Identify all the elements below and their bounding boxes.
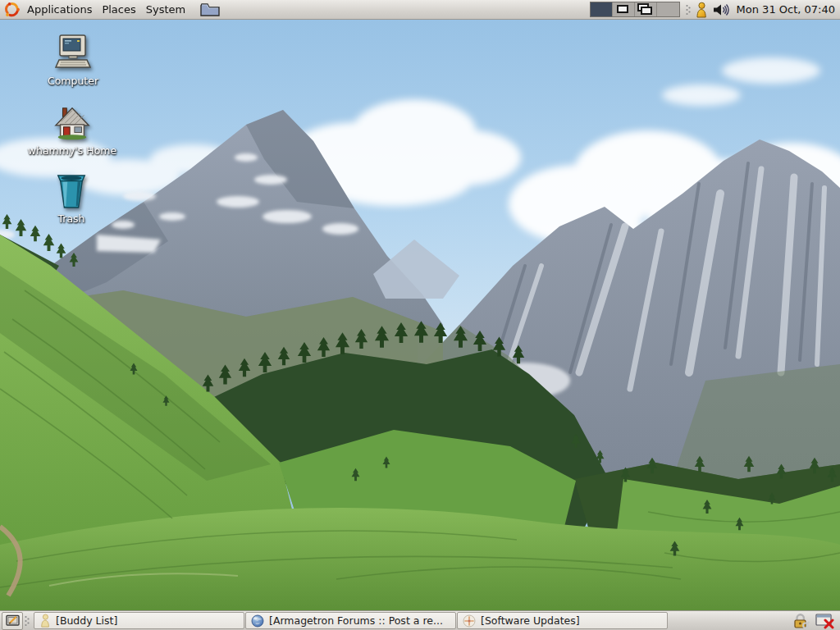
applet-drag-handle[interactable] xyxy=(685,2,692,18)
taskbar-button-label: [Buddy List] xyxy=(56,614,117,627)
desktop-icon-home[interactable]: whammy's Home xyxy=(23,104,121,157)
folder-launcher-icon[interactable] xyxy=(197,0,223,20)
desktop-icon-trash[interactable]: Trash xyxy=(22,172,121,225)
workspace-2[interactable] xyxy=(613,2,635,16)
buddy-icon xyxy=(39,614,51,628)
ubuntu-logo-icon[interactable] xyxy=(2,0,22,20)
desktop-icon-label: Computer xyxy=(48,75,98,87)
buddy-status-icon[interactable] xyxy=(692,0,710,20)
trash-icon xyxy=(54,172,89,210)
taskbar-button-label: [Armagetron Forums :: Post a re... xyxy=(269,614,443,627)
force-quit-icon[interactable] xyxy=(812,611,837,630)
workspace-3[interactable] xyxy=(635,2,657,16)
window-glyph xyxy=(617,5,628,13)
tasklist-drag-handle[interactable] xyxy=(23,613,30,629)
volume-icon[interactable] xyxy=(710,0,733,20)
globe-icon xyxy=(251,614,264,628)
menu-places[interactable]: Places xyxy=(97,1,140,18)
window-list: [Buddy List] [Armagetron Forums :: Post … xyxy=(34,612,669,629)
show-desktop-icon xyxy=(6,614,20,627)
desktop-icon-computer[interactable]: Computer xyxy=(24,33,122,87)
window-glyph xyxy=(641,7,652,15)
workspace-4[interactable] xyxy=(657,2,679,16)
lock-screen-icon[interactable] xyxy=(789,611,812,630)
show-desktop-button[interactable] xyxy=(2,612,23,630)
workspace-switcher xyxy=(590,2,680,17)
taskbar-button-label: [Software Updates] xyxy=(481,614,580,627)
menu-applications[interactable]: Applications xyxy=(22,1,97,18)
software-updates-icon xyxy=(463,614,476,628)
taskbar-button-buddy-list[interactable]: [Buddy List] xyxy=(34,612,244,629)
desktop-icon-label: Trash xyxy=(57,212,84,225)
top-panel: Applications Places System xyxy=(0,0,840,20)
home-icon xyxy=(53,104,91,142)
clock[interactable]: Mon 31 Oct, 07:40 xyxy=(733,3,840,16)
taskbar-button-software-updates[interactable]: [Software Updates] xyxy=(457,612,668,629)
bottom-panel: [Buddy List] [Armagetron Forums :: Post … xyxy=(0,610,840,630)
menu-system[interactable]: System xyxy=(141,1,190,18)
wallpaper-alpine-photo xyxy=(0,20,840,610)
computer-icon xyxy=(53,33,93,72)
workspace-1[interactable] xyxy=(591,2,613,16)
taskbar-button-armagetron-forums[interactable]: [Armagetron Forums :: Post a re... xyxy=(245,612,456,629)
desktop-icon-label: whammy's Home xyxy=(28,144,116,157)
gnome-desktop: Computer whammy's Home xyxy=(0,0,840,630)
desktop-area[interactable]: Computer whammy's Home xyxy=(0,20,840,610)
